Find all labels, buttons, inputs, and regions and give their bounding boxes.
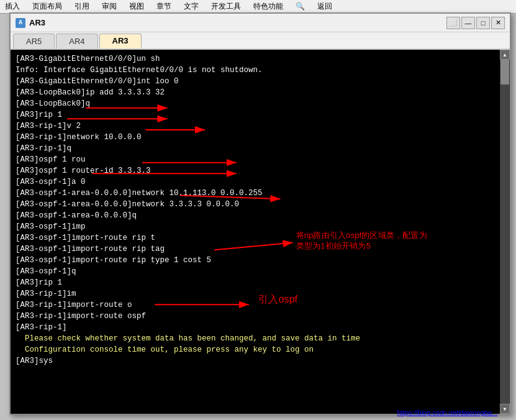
term-line-24: [AR3-rip-1] [16,322,505,333]
menu-references[interactable]: 引用 [72,0,92,13]
tab-ar4[interactable]: AR4 [56,34,97,48]
terminal-wrapper: [AR3-GigabitEthernet0/0/0]un sh Info: In… [11,50,510,414]
terminal-content[interactable]: [AR3-GigabitEthernet0/0/0]un sh Info: In… [11,50,510,414]
term-line-13: [AR3-ospf-1-area-0.0.0.0]network 3.3.3.3… [16,199,505,210]
term-line-8: [AR3-rip-1]q [16,143,505,154]
term-line-5: [AR3]rip 1 [16,109,505,121]
tab-ar5[interactable]: AR5 [13,34,55,48]
window-title: AR3 [29,18,45,27]
close-button[interactable]: ✕ [491,17,505,29]
scroll-up-button[interactable]: ▲ [500,50,510,60]
term-line-last: [AR3]sys [16,355,505,367]
maximize-button[interactable]: □ [476,17,490,29]
menu-special[interactable]: 特色功能 [251,0,286,13]
title-bar-left: A AR3 [16,18,45,28]
term-line-19: [AR3-ospf-1]q [16,266,505,277]
term-line-1: Info: Interface GigabitEthernet0/0/0 is … [16,65,505,76]
menu-text[interactable]: 文字 [181,0,201,13]
term-line-20: [AR3]rip 1 [16,277,505,288]
ar3-window: A AR3 ⬜ — □ ✕ AR5 AR4 AR3 [AR3-GigabitEt… [9,12,511,415]
menu-chapter[interactable]: 章节 [154,0,174,13]
term-line-12: [AR3-ospf-1-area-0.0.0.0]network 10.1.11… [16,188,505,199]
menu-dev-tools[interactable]: 开发工具 [209,0,243,13]
term-line-10: [AR3]ospf 1 router-id 3.3.3.3 [16,165,505,176]
tab-ar3[interactable]: AR3 [99,34,142,48]
menu-review[interactable]: 审阅 [99,0,119,13]
tab-bar: AR5 AR4 AR3 [11,32,510,50]
term-line-11: [AR3-ospf-1]a 0 [16,176,505,188]
term-line-16: [AR3-ospf-1]import-route rip t [16,232,505,244]
term-line-21: [AR3-rip-1]im [16,288,505,299]
term-line-3: [AR3-LoopBack0]ip add 3.3.3.3 32 [16,87,505,98]
term-line-4: [AR3-LoopBack0]q [16,98,505,109]
scroll-track [500,60,509,404]
window-icon: A [16,18,25,28]
term-line-15: [AR3-ospf-1]imp [16,221,505,232]
url-bar: https://blog.csdn.net/daxiongba... [397,409,497,416]
term-line-23: [AR3-rip-1]import-route ospf [16,311,505,322]
term-line-14: [AR3-ospf-1-area-0.0.0.0]q [16,210,505,221]
scroll-down-button[interactable]: ▼ [500,404,510,414]
restore-button[interactable]: ⬜ [446,17,460,29]
term-line-22: [AR3-rip-1]import-route o [16,299,505,311]
term-line-9: [AR3]ospf 1 rou [16,154,505,165]
term-line-0: [AR3-GigabitEthernet0/0/0]un sh [16,53,505,65]
title-bar: A AR3 ⬜ — □ ✕ [11,14,510,32]
window-controls: ⬜ — □ ✕ [446,17,505,29]
notice-line-3: Configuration console time out, please p… [16,344,505,355]
term-line-18: [AR3-ospf-1]import-route rip type 1 cost… [16,255,505,266]
scroll-thumb[interactable] [500,60,509,84]
menu-page-layout[interactable]: 页面布局 [30,0,65,13]
term-line-7: [AR3-rip-1]network 10.0.0.0 [16,132,505,143]
menu-insert[interactable]: 插入 [2,0,22,13]
menu-back[interactable]: 返回 [315,0,335,13]
term-line-6: [AR3-rip-1]v 2 [16,121,505,132]
menu-search-icon[interactable]: 🔍 [293,1,307,12]
term-line-17: [AR3-ospf-1]import-route rip tag [16,244,505,255]
minimize-button[interactable]: — [461,17,475,29]
term-line-2: [AR3-GigabitEthernet0/0/0]int loo 0 [16,76,505,87]
notice-line-1: Please check whether system data has bee… [16,333,505,344]
menu-view[interactable]: 视图 [127,0,147,13]
terminal-scrollbar[interactable]: ▲ ▼ [500,50,510,414]
top-menubar: 插入 页面布局 引用 审阅 视图 章节 文字 开发工具 特色功能 🔍 返回 [0,0,516,14]
